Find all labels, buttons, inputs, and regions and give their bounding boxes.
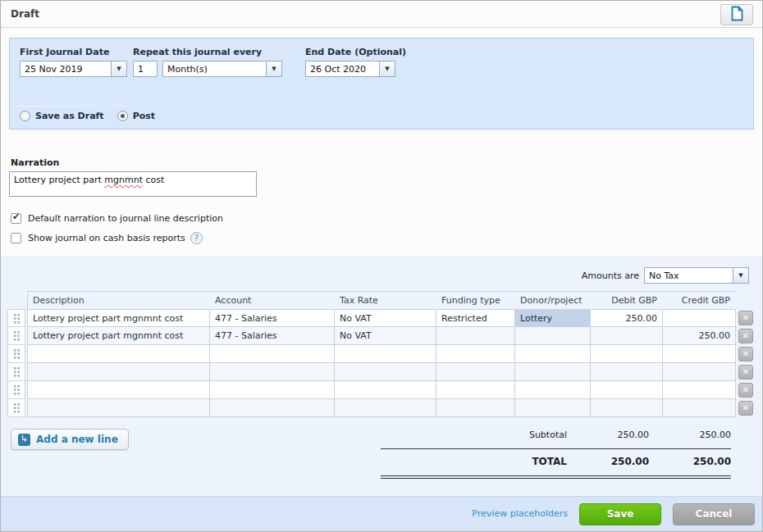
- amounts-are-select[interactable]: No Tax ▼: [644, 267, 749, 284]
- cell-debit[interactable]: [591, 363, 663, 381]
- cash-basis-checkbox[interactable]: [11, 233, 21, 243]
- preview-placeholders-link[interactable]: Preview placeholders: [472, 508, 568, 519]
- cell-tax-rate[interactable]: [335, 363, 436, 381]
- chevron-down-icon: ▼: [385, 66, 389, 72]
- cell-account[interactable]: [210, 381, 335, 399]
- chevron-down-glyph: ▼: [738, 272, 742, 279]
- window-header: Draft: [1, 1, 762, 28]
- panel-divider: [11, 106, 254, 107]
- drag-handle[interactable]: [7, 345, 25, 363]
- col-header-donor-project: Donor/rpoject: [515, 291, 591, 309]
- delete-row-button[interactable]: ✕: [738, 383, 753, 398]
- cell-credit[interactable]: [663, 399, 736, 417]
- drag-dots-icon: [13, 402, 21, 413]
- cell-description[interactable]: Lottery project part mgnmnt cost: [28, 327, 210, 345]
- delete-row-button[interactable]: ✕: [738, 329, 753, 343]
- cell-debit[interactable]: [591, 381, 663, 399]
- cash-basis-label: Show journal on cash basis reports: [28, 233, 185, 243]
- delete-row-button[interactable]: ✕: [738, 365, 753, 380]
- cancel-button[interactable]: Cancel: [673, 503, 755, 525]
- cell-tax-rate[interactable]: [335, 399, 436, 417]
- cell-donor-project[interactable]: [515, 399, 591, 417]
- cell-description[interactable]: Lottery project part mgnmnt cost: [28, 309, 210, 327]
- total-label: TOTAL: [381, 456, 567, 467]
- cell-debit[interactable]: 250.00: [591, 309, 663, 327]
- cell-credit[interactable]: [663, 309, 736, 327]
- narration-textarea[interactable]: Lottery project part mgnmnt cost: [9, 171, 257, 197]
- cell-funding-type[interactable]: [436, 381, 515, 399]
- repeat-count-input[interactable]: 1: [133, 61, 158, 77]
- cell-debit[interactable]: [591, 327, 663, 345]
- delete-row-button[interactable]: ✕: [738, 401, 753, 416]
- cell-credit[interactable]: [663, 363, 736, 381]
- table-row: Lottery project part mgnmnt cost 477 - S…: [7, 327, 756, 345]
- drag-dots-icon: [13, 348, 21, 359]
- cell-donor-project[interactable]: [515, 363, 591, 381]
- cell-funding-type[interactable]: Restricted: [436, 309, 515, 327]
- cell-description[interactable]: [28, 399, 210, 417]
- cell-donor-project[interactable]: [515, 327, 591, 345]
- cell-credit[interactable]: 250.00: [663, 327, 736, 345]
- save-as-draft-radio[interactable]: [20, 111, 30, 121]
- cell-debit[interactable]: [591, 345, 663, 363]
- cell-description[interactable]: [28, 381, 210, 399]
- drag-handle[interactable]: [7, 309, 25, 327]
- cell-account[interactable]: 477 - Salaries: [210, 327, 335, 345]
- cell-tax-rate[interactable]: [335, 345, 436, 363]
- delete-row-button[interactable]: ✕: [738, 347, 753, 361]
- narration-text: cost: [143, 175, 164, 185]
- cell-credit[interactable]: [663, 345, 736, 363]
- chevron-down-icon: ▼: [272, 66, 276, 72]
- narration-label: Narration: [11, 157, 59, 168]
- close-icon: ✕: [742, 403, 749, 412]
- drag-handle[interactable]: [7, 327, 25, 345]
- cell-account[interactable]: 477 - Salaries: [210, 309, 335, 327]
- repeat-unit-select[interactable]: Month(s): [162, 61, 266, 77]
- post-label: Post: [133, 111, 155, 121]
- page-title: Draft: [11, 8, 39, 20]
- repeat-unit-dropdown-button[interactable]: ▼: [266, 61, 282, 77]
- cell-account[interactable]: [210, 399, 335, 417]
- drag-handle[interactable]: [7, 381, 25, 399]
- copy-journal-button[interactable]: [720, 4, 753, 25]
- subtotal-credit: 250.00: [649, 430, 731, 440]
- cell-description[interactable]: [28, 363, 210, 381]
- cell-funding-type[interactable]: [436, 345, 515, 363]
- default-narration-option: ✔ Default narration to journal line desc…: [11, 213, 223, 224]
- cell-funding-type[interactable]: [436, 399, 515, 417]
- cell-donor-project[interactable]: [515, 381, 591, 399]
- cell-debit[interactable]: [591, 399, 663, 417]
- cell-funding-type[interactable]: [436, 327, 515, 345]
- drag-handle[interactable]: [7, 399, 25, 417]
- close-icon: ✕: [742, 331, 749, 340]
- cell-account[interactable]: [210, 363, 335, 381]
- save-button[interactable]: Save: [579, 503, 661, 525]
- post-radio[interactable]: [117, 111, 128, 121]
- cell-donor-project[interactable]: Lottery: [515, 309, 591, 327]
- delete-row-button[interactable]: ✕: [738, 311, 753, 325]
- cell-tax-rate[interactable]: No VAT: [335, 309, 436, 327]
- cell-donor-project[interactable]: [515, 345, 591, 363]
- default-narration-checkbox[interactable]: ✔: [11, 213, 21, 224]
- cell-tax-rate[interactable]: No VAT: [335, 327, 436, 345]
- first-journal-date-group: First Journal Date 25 Nov 2019 ▼: [20, 47, 127, 77]
- first-journal-date-input[interactable]: 25 Nov 2019: [20, 61, 111, 77]
- table-row: ✕: [7, 363, 756, 381]
- end-date-dropdown-button[interactable]: ▼: [379, 61, 395, 77]
- cell-account[interactable]: [210, 345, 335, 363]
- add-new-line-button[interactable]: ↳ Add a new line: [11, 429, 129, 450]
- total-credit: 250.00: [649, 456, 731, 467]
- cell-description[interactable]: [28, 345, 210, 363]
- close-icon: ✕: [742, 349, 749, 358]
- first-journal-date-dropdown-button[interactable]: ▼: [111, 61, 127, 77]
- chevron-down-icon: ▼: [117, 66, 121, 72]
- narration-misspelled-word: mgnmnt: [104, 175, 143, 185]
- help-icon[interactable]: ?: [190, 232, 203, 244]
- cell-funding-type[interactable]: [436, 363, 515, 381]
- cell-credit[interactable]: [663, 381, 736, 399]
- total-double-rule: [381, 475, 731, 479]
- end-date-input[interactable]: 26 Oct 2020: [305, 61, 379, 77]
- drag-dots-icon: [13, 313, 21, 324]
- cell-tax-rate[interactable]: [335, 381, 436, 399]
- drag-handle[interactable]: [7, 363, 25, 381]
